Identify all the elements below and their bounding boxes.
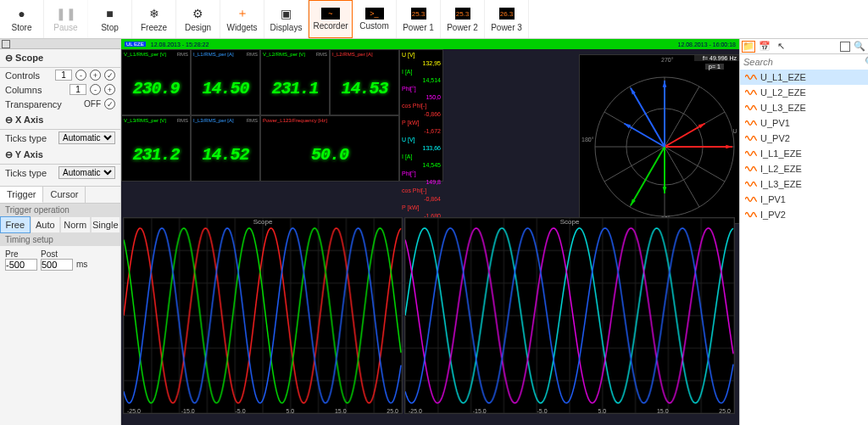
xaxis-ticks-label: Ticks type <box>5 133 55 143</box>
scope-left[interactable]: Scope -25.0-15.0-5.05.015.025.0 <box>123 217 403 414</box>
section-scope[interactable]: Scope <box>0 49 120 68</box>
toolbar-custom[interactable]: >_Custom <box>353 0 397 38</box>
freeze-icon: ❄ <box>147 6 162 21</box>
transparency-value[interactable]: OFF <box>84 99 101 109</box>
channel-label: I_PV1 <box>760 194 786 204</box>
columns-plus[interactable]: + <box>104 84 115 95</box>
main-toolbar: ●Store❚❚Pause■Stop❄Freeze⚙Design＋Widgets… <box>0 0 868 39</box>
wave-icon <box>745 119 757 127</box>
toolbar-power1[interactable]: 25.3Power 1 <box>397 0 441 38</box>
wave-icon <box>745 103 757 112</box>
search-button-icon[interactable]: 🔍 <box>865 56 868 68</box>
display-0[interactable]: V_L1/RMS_per [V]RMS230.9 <box>121 49 191 115</box>
wave-icon <box>745 210 757 219</box>
tab-cursor[interactable]: Cursor <box>43 187 86 203</box>
trigger-op-norm[interactable]: Norm <box>60 216 91 233</box>
toolbar-store[interactable]: ●Store <box>0 0 44 38</box>
meas-row: 133,66 <box>402 144 441 153</box>
toolbar-freeze[interactable]: ❄Freeze <box>132 0 176 38</box>
meas-row: Phi[°] <box>402 170 441 178</box>
channel-I_L3_EZE[interactable]: I_L3_EZE <box>740 176 868 192</box>
scope-right[interactable]: Scope -25.0-15.0-5.05.015.025.0 <box>404 217 735 414</box>
meas-row: 150,0 <box>402 93 441 102</box>
toolbar-displays[interactable]: ▣Displays <box>264 0 309 38</box>
xaxis-ticks-select[interactable]: Automatic <box>58 131 115 144</box>
toolbar-label: Displays <box>270 23 303 32</box>
channel-U_L3_EZE[interactable]: U_L3_EZE <box>740 100 868 115</box>
yaxis-ticks-select[interactable]: Automatic <box>58 166 115 179</box>
channel-list: U_L1_EZEU_L2_EZEU_L3_EZEU_PV1U_PV2I_L1_E… <box>740 70 868 425</box>
meas-row: U [V] <box>402 51 441 59</box>
search-input[interactable] <box>743 57 861 67</box>
toolbar-design[interactable]: ⚙Design <box>176 0 220 38</box>
calendar-icon[interactable]: 📅 <box>758 41 771 53</box>
power1-icon: 25.3 <box>411 6 426 21</box>
channel-U_L2_EZE[interactable]: U_L2_EZE <box>740 85 868 100</box>
channel-I_L1_EZE[interactable]: I_L1_EZE <box>740 146 868 161</box>
toolbar-power2[interactable]: 25.3Power 2 <box>441 0 485 38</box>
section-yaxis[interactable]: Y Axis <box>0 146 120 165</box>
transparency-check[interactable]: ✓ <box>104 98 115 109</box>
controls-minus[interactable]: - <box>75 70 86 81</box>
timing-setup-title: Timing setup <box>0 233 120 246</box>
controls-value[interactable] <box>55 70 72 81</box>
display-6[interactable]: Power_L123/Frequency [Hz]50.0 <box>260 115 399 182</box>
meas-row: -0,864 <box>402 195 441 204</box>
meas-row: 14,514 <box>402 76 441 85</box>
polar-chart[interactable]: f= 49.996 Hz p= 1 270° 180° 90° U [V] <box>579 54 739 224</box>
wave-icon <box>745 134 757 143</box>
meas-row: -1,672 <box>402 127 441 136</box>
channel-I_L2_EZE[interactable]: I_L2_EZE <box>740 161 868 176</box>
section-xaxis[interactable]: X Axis <box>0 111 120 130</box>
trigger-op-auto[interactable]: Auto <box>31 216 61 233</box>
columns-minus[interactable]: - <box>90 84 101 95</box>
controls-check[interactable]: ✓ <box>104 70 115 81</box>
channel-U_PV1[interactable]: U_PV1 <box>740 115 868 131</box>
panel-sq-icon[interactable] <box>840 42 850 52</box>
display-2[interactable]: V_L2/RMS_per [V]RMS231.1 <box>260 49 330 115</box>
display-5[interactable]: I_L3/RMS_per [A]RMS14.52 <box>191 115 260 182</box>
display-4[interactable]: V_L3/RMS_per [V]RMS231.2 <box>121 115 191 182</box>
wave-icon <box>745 165 757 173</box>
channel-label: I_L3_EZE <box>760 179 802 189</box>
display-1[interactable]: I_L1/RMS_per [A]RMS14.50 <box>191 49 260 115</box>
trigger-op-free[interactable]: Free <box>0 216 31 233</box>
cursor-icon[interactable]: ↖ <box>774 41 787 53</box>
pre-input[interactable] <box>5 259 37 271</box>
toolbar-label: Custom <box>359 21 388 31</box>
toolbar-label: Power 2 <box>447 23 478 32</box>
status-ts-left: 12.08.2013 - 15:28:22 <box>151 42 209 48</box>
yaxis-ticks-label: Ticks type <box>5 168 55 178</box>
display-3[interactable]: I_L2/RMS_per [A]14.53 <box>330 49 399 115</box>
channel-label: U_PV1 <box>760 118 790 128</box>
tab-trigger[interactable]: Trigger <box>0 187 43 203</box>
toolbar-widgets[interactable]: ＋Widgets <box>220 0 264 38</box>
polar-frequency: f= 49.996 Hz <box>694 55 739 61</box>
channel-label: U_L1_EZE <box>760 72 806 82</box>
measurements-left: U [V]132,95I [A]14,514Phi[°]150,0cos Phi… <box>399 49 443 182</box>
columns-value[interactable] <box>70 84 86 95</box>
channel-U_L1_EZE[interactable]: U_L1_EZE <box>740 70 868 85</box>
channel-label: U_PV2 <box>760 133 790 143</box>
toolbar-stop[interactable]: ■Stop <box>88 0 132 38</box>
trigger-op-single[interactable]: Single <box>91 216 121 233</box>
toolbar-power3[interactable]: 26.3Power 3 <box>485 0 529 38</box>
controls-label: Controls <box>5 70 52 81</box>
channel-I_PV2[interactable]: I_PV2 <box>740 207 868 222</box>
seven-seg-displays: V_L1/RMS_per [V]RMS230.9I_L1/RMS_per [A]… <box>121 49 399 182</box>
folder-icon[interactable]: 📁 <box>742 41 755 53</box>
wave-icon <box>745 88 757 97</box>
toolbar-recorder[interactable]: ~Recorder <box>309 0 353 38</box>
workspace: Scope Controls - + ✓ Columns - + Transpa… <box>0 39 868 425</box>
post-input[interactable] <box>41 259 73 271</box>
meas-row: P [kW] <box>402 204 441 212</box>
power3-icon: 26.3 <box>499 6 515 21</box>
controls-plus[interactable]: + <box>90 70 101 81</box>
channel-U_PV2[interactable]: U_PV2 <box>740 131 868 146</box>
channel-I_PV1[interactable]: I_PV1 <box>740 192 868 207</box>
search-icon[interactable]: 🔍 <box>853 41 866 53</box>
status-ts-right: 12.08.2013 - 16:00:18 <box>677 42 736 48</box>
toolbar-pause[interactable]: ❚❚Pause <box>44 0 88 38</box>
panel-square-icon[interactable] <box>2 40 10 48</box>
pre-label: Pre <box>5 249 37 259</box>
